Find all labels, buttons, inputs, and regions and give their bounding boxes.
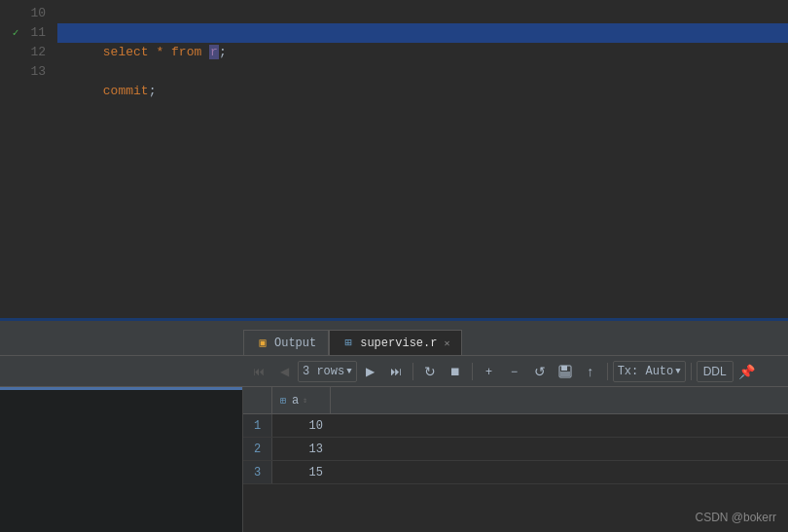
- row-count-label: 3 rows: [303, 365, 344, 378]
- table-icon: ⊞: [341, 337, 355, 350]
- tx-label: Tx: Auto: [618, 365, 674, 378]
- space2: [163, 45, 171, 59]
- left-panel-strip: [0, 387, 243, 532]
- table-row: 2 13: [243, 438, 788, 461]
- cell-2-a[interactable]: 13: [272, 438, 331, 460]
- tab-supervise-label: supervise.r: [360, 337, 437, 350]
- sep-1: [412, 363, 413, 380]
- keyword-commit: commit: [103, 84, 149, 98]
- results-area: ⊞ a ⇕ 1 10 2 13: [0, 387, 788, 532]
- line-row-12: 12: [0, 43, 46, 62]
- prev-page-button[interactable]: ◀: [272, 360, 296, 383]
- space3: [201, 45, 209, 59]
- semicolon-1: ;: [219, 45, 227, 59]
- tx-chevron: ▼: [675, 367, 680, 376]
- line-row-13: 13: [0, 62, 46, 82]
- watermark: CSDN @bokerr: [695, 511, 776, 524]
- editor-area: 10 ✓ 11 12 13 💡 select * from r; com: [0, 0, 788, 321]
- row-num-header: [243, 387, 272, 413]
- gutter-12: [9, 46, 22, 59]
- add-row-button[interactable]: +: [478, 360, 501, 383]
- dropdown-chevron: ▼: [346, 367, 351, 376]
- keyword-from: from: [171, 45, 201, 59]
- table-row: 3 15: [243, 461, 788, 484]
- col-sort-icon: ⇕: [303, 396, 307, 405]
- results-toolbar: ⏮ ◀ 3 rows ▼ ▶ ⏭ ↻ ⏹ + − ↺ ↑ Tx: Auto ▼: [0, 356, 788, 387]
- ident-r: r: [209, 45, 219, 59]
- up-button[interactable]: ↑: [579, 360, 602, 383]
- semicolon-2: ;: [149, 84, 157, 98]
- row-count-dropdown[interactable]: 3 rows ▼: [298, 361, 357, 382]
- col-header-a[interactable]: ⊞ a ⇕: [272, 387, 331, 413]
- gutter-10: [9, 7, 22, 20]
- tab-output[interactable]: ▣ Output: [243, 330, 329, 355]
- sep-2: [472, 363, 473, 380]
- last-page-button[interactable]: ⏭: [384, 360, 408, 383]
- remove-row-button[interactable]: −: [503, 360, 526, 383]
- cell-3-a[interactable]: 15: [272, 461, 331, 483]
- line-row-10: 10: [0, 4, 46, 23]
- linenum-10: 10: [26, 4, 46, 23]
- row-num-2: 2: [243, 438, 272, 460]
- tab-output-label: Output: [274, 337, 316, 350]
- line-numbers: 10 ✓ 11 12 13: [0, 0, 54, 321]
- grid-header: ⊞ a ⇕: [243, 387, 788, 414]
- revert-button[interactable]: ↺: [528, 360, 552, 383]
- linenum-12: 12: [26, 43, 46, 62]
- output-icon: ▣: [256, 337, 269, 350]
- sep-4: [691, 363, 692, 380]
- row-num-1: 1: [243, 414, 272, 437]
- code-line-10: 💡: [57, 4, 788, 23]
- linenum-11: 11: [26, 23, 46, 43]
- editor-border: [0, 318, 788, 321]
- left-panel-content: [0, 387, 242, 532]
- linenum-13: 13: [26, 62, 46, 82]
- tabs-bar: ▣ Output ⊞ supervise.r ✕: [0, 327, 788, 356]
- editor-content[interactable]: 💡 select * from r; commit;: [54, 0, 788, 321]
- cell-1-a[interactable]: 10: [272, 414, 331, 437]
- check-icon-11: ✓: [9, 26, 22, 40]
- col-a-label: a: [292, 394, 299, 408]
- tx-dropdown[interactable]: Tx: Auto ▼: [613, 361, 686, 382]
- row-num-3: 3: [243, 461, 272, 483]
- pin-button[interactable]: 📌: [735, 360, 759, 383]
- svg-rect-2: [560, 372, 570, 376]
- ddl-button[interactable]: DDL: [697, 361, 734, 382]
- tab-close-icon[interactable]: ✕: [444, 337, 449, 349]
- code-line-13: commit;: [57, 62, 788, 82]
- sep-3: [607, 363, 608, 380]
- ddl-label: DDL: [703, 365, 727, 378]
- code-line-11: select * from r;: [57, 23, 788, 43]
- svg-rect-1: [561, 366, 567, 371]
- stop-button[interactable]: ⏹: [444, 360, 467, 383]
- col-type-icon: ⊞: [280, 395, 286, 407]
- save-changes-button[interactable]: [554, 360, 577, 383]
- next-page-button[interactable]: ▶: [359, 360, 382, 383]
- keyword-select: select: [103, 45, 149, 59]
- gutter-13: [9, 65, 22, 79]
- line-row-11: ✓ 11: [0, 23, 46, 43]
- first-page-button[interactable]: ⏮: [247, 360, 270, 383]
- tab-supervise[interactable]: ⊞ supervise.r ✕: [329, 330, 462, 355]
- table-row: 1 10: [243, 414, 788, 438]
- refresh-button[interactable]: ↻: [418, 360, 442, 383]
- bottom-panel: ▣ Output ⊞ supervise.r ✕ ⏮ ◀ 3 rows ▼ ▶ …: [0, 327, 788, 532]
